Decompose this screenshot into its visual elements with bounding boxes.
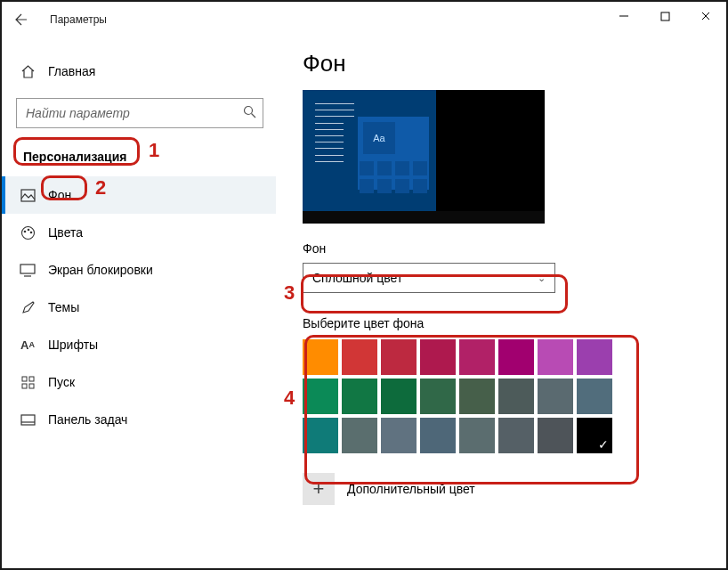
color-swatch[interactable] (538, 339, 573, 375)
sidebar-item-label: Пуск (48, 375, 75, 389)
image-icon (20, 187, 36, 203)
svg-rect-16 (29, 384, 34, 388)
monitor-icon (20, 262, 36, 278)
sidebar-item-label: Темы (48, 300, 79, 314)
color-swatch[interactable] (381, 379, 417, 414)
color-swatch[interactable] (577, 379, 612, 414)
color-swatch[interactable] (342, 379, 377, 414)
svg-rect-13 (22, 377, 27, 381)
color-swatch[interactable] (303, 339, 338, 375)
svg-rect-14 (29, 377, 34, 381)
svg-rect-11 (20, 265, 35, 273)
color-swatch-grid (303, 339, 705, 453)
color-swatch[interactable] (459, 339, 495, 375)
sidebar-item-colors[interactable]: Цвета (2, 214, 276, 251)
sidebar-item-label: Фон (48, 188, 71, 202)
svg-point-10 (29, 231, 32, 233)
grid-icon (20, 374, 36, 390)
svg-rect-15 (22, 384, 27, 388)
custom-color-label: Дополнительный цвет (347, 482, 475, 496)
color-swatch[interactable] (303, 379, 338, 414)
sidebar-item-label: Экран блокировки (48, 263, 153, 277)
color-swatch[interactable] (577, 339, 612, 375)
close-button[interactable] (685, 2, 726, 30)
sidebar-item-background[interactable]: Фон (2, 176, 276, 214)
color-swatch[interactable] (498, 379, 534, 414)
sidebar-item-taskbar[interactable]: Панель задач (2, 401, 276, 438)
color-swatch[interactable] (420, 379, 456, 414)
close-icon (700, 11, 711, 21)
svg-point-9 (27, 228, 29, 231)
chevron-down-icon: ⌄ (538, 273, 546, 284)
brush-icon (20, 299, 36, 315)
svg-rect-1 (661, 12, 669, 20)
home-icon (20, 63, 36, 79)
back-button[interactable] (9, 7, 34, 32)
plus-icon: + (313, 477, 325, 501)
window-controls (603, 2, 726, 30)
page-heading: Фон (303, 50, 705, 77)
maximize-icon (660, 12, 670, 21)
color-swatch[interactable] (538, 379, 573, 414)
minimize-icon (619, 11, 629, 21)
search-icon (243, 105, 256, 121)
svg-rect-17 (21, 415, 35, 425)
sidebar-item-lockscreen[interactable]: Экран блокировки (2, 251, 276, 289)
sidebar-item-themes[interactable]: Темы (2, 289, 276, 326)
svg-point-8 (23, 230, 26, 232)
content: Фон Aa Фон Спл (276, 37, 726, 568)
color-swatch[interactable] (577, 418, 612, 453)
back-arrow-icon (14, 12, 28, 27)
annotation-number-3: 3 (284, 281, 295, 305)
minimize-button[interactable] (603, 2, 644, 30)
sidebar-item-label: Шрифты (48, 338, 98, 352)
sidebar-item-label: Панель задач (48, 412, 127, 427)
color-swatch[interactable] (498, 339, 534, 375)
sidebar-home-label: Главная (48, 64, 95, 78)
color-swatch[interactable] (342, 418, 377, 453)
color-swatch[interactable] (459, 418, 495, 453)
background-preview: Aa (303, 90, 545, 224)
background-field-label: Фон (303, 241, 705, 256)
maximize-button[interactable] (644, 2, 685, 30)
color-swatch[interactable] (342, 339, 377, 375)
color-swatch[interactable] (420, 339, 456, 375)
color-picker-label: Выберите цвет фона (303, 316, 705, 330)
svg-point-7 (21, 226, 34, 239)
color-swatch[interactable] (381, 339, 417, 375)
color-swatch[interactable] (420, 418, 456, 453)
custom-color-button[interactable]: + (303, 473, 335, 505)
preview-aa: Aa (363, 122, 395, 154)
svg-line-5 (252, 114, 256, 118)
color-swatch[interactable] (538, 418, 573, 453)
color-swatch[interactable] (303, 418, 338, 453)
svg-point-4 (245, 107, 253, 115)
sidebar: Главная Персонализация Фон Цвета Экр (2, 37, 276, 568)
sidebar-item-start[interactable]: Пуск (2, 363, 276, 401)
color-swatch[interactable] (459, 379, 495, 414)
background-dropdown[interactable]: Сплошной цвет ⌄ (303, 263, 555, 293)
titlebar: Параметры (2, 2, 726, 37)
search-input[interactable] (16, 98, 263, 128)
sidebar-item-fonts[interactable]: AA Шрифты (2, 326, 276, 363)
window-title: Параметры (50, 13, 107, 26)
annotation-number-4: 4 (284, 387, 295, 410)
annotation-number-1: 1 (149, 139, 159, 162)
taskbar-icon (20, 411, 36, 428)
sidebar-home[interactable]: Главная (2, 53, 276, 89)
annotation-number-2: 2 (95, 176, 106, 200)
sidebar-section-title: Персонализация (14, 144, 135, 169)
search-wrap (16, 98, 263, 128)
font-icon: AA (20, 337, 36, 353)
color-swatch[interactable] (498, 418, 534, 453)
dropdown-selected: Сплошной цвет (312, 271, 402, 285)
color-swatch[interactable] (381, 418, 417, 453)
custom-color-row: + Дополнительный цвет (303, 473, 705, 505)
palette-icon (20, 224, 36, 240)
sidebar-item-label: Цвета (48, 225, 83, 240)
